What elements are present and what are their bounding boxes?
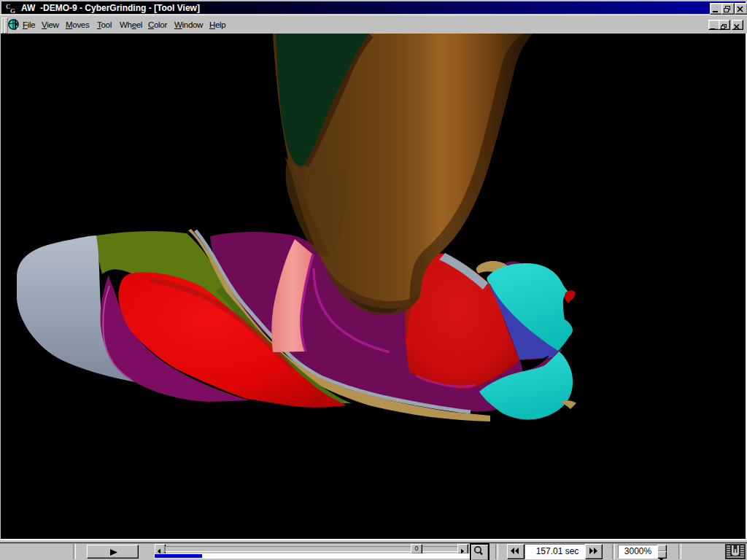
svg-text:G: G xyxy=(10,7,15,14)
